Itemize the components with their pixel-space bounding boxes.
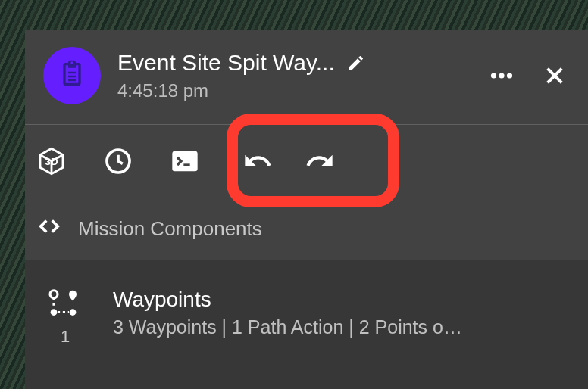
waypoints-item[interactable]: 1 Waypoints 3 Waypoints | 1 Path Action … (25, 260, 588, 347)
waypoints-summary: 3 Waypoints | 1 Path Action | 2 Points o… (113, 316, 574, 338)
chevrons-icon (34, 215, 64, 243)
svg-point-2 (507, 73, 512, 78)
3d-view-button[interactable]: 3D (36, 145, 67, 177)
title-block: Event Site Spit Way... 4:45:18 pm (117, 50, 471, 101)
svg-point-10 (71, 293, 74, 296)
edit-title-button[interactable] (347, 54, 365, 72)
section-title: Mission Components (78, 217, 262, 241)
more-options-button[interactable] (488, 62, 515, 89)
history-button[interactable] (102, 145, 134, 177)
svg-point-1 (499, 73, 504, 78)
waypoints-count: 1 (61, 327, 70, 347)
section-header[interactable]: Mission Components (25, 198, 588, 260)
waypoints-title: Waypoints (113, 288, 574, 312)
components-list: 1 Waypoints 3 Waypoints | 1 Path Action … (25, 260, 588, 389)
route-icon (45, 288, 85, 321)
svg-text:3D: 3D (45, 156, 58, 167)
toolbar: 3D (25, 124, 588, 198)
mission-timestamp: 4:45:18 pm (117, 80, 471, 101)
terminal-button[interactable] (169, 145, 201, 177)
svg-rect-7 (172, 151, 197, 172)
svg-point-12 (70, 309, 77, 316)
svg-point-0 (491, 73, 496, 78)
panel-header: Event Site Spit Way... 4:45:18 pm (25, 30, 588, 124)
close-panel-button[interactable] (543, 64, 567, 88)
svg-point-9 (50, 291, 58, 298)
mission-title: Event Site Spit Way... (117, 50, 335, 76)
undo-button[interactable] (242, 145, 274, 177)
redo-button[interactable] (304, 145, 336, 177)
clipboard-icon (57, 59, 87, 92)
mission-panel: Event Site Spit Way... 4:45:18 pm 3D (25, 30, 588, 389)
mission-avatar (43, 47, 101, 104)
svg-point-11 (51, 309, 58, 316)
